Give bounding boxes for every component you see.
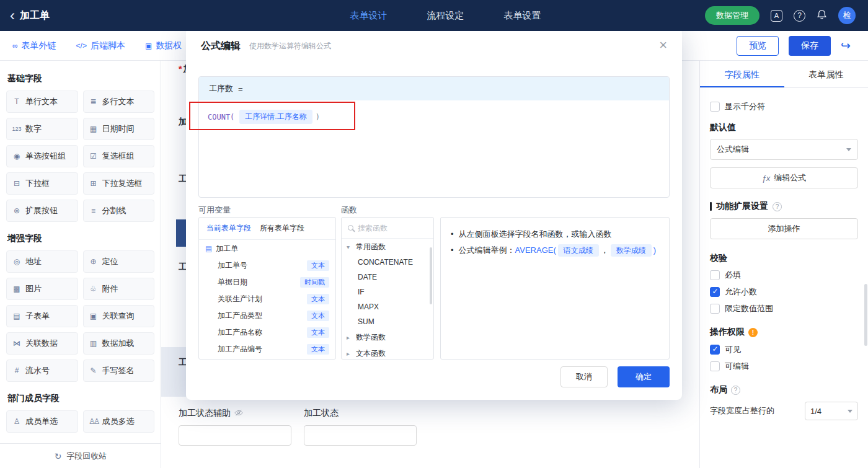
checkbox-row-editable[interactable]: 可编辑 — [710, 361, 858, 372]
function-group-common[interactable]: ▾ 常用函数 — [342, 239, 433, 255]
share-icon[interactable]: ↪ — [841, 38, 851, 53]
field-item-serial-number[interactable]: #流水号 — [6, 360, 78, 382]
limit-range-checkbox[interactable] — [710, 304, 720, 314]
field-item-member-multi[interactable]: ♙♙成员多选 — [83, 410, 155, 433]
close-icon[interactable]: × — [659, 39, 667, 51]
field-item-multi-dropdown[interactable]: ⊞下拉复选框 — [83, 172, 155, 195]
formula-editor[interactable]: 工序数 = COUNT( 工序详情.工序名称 ) — [198, 76, 670, 198]
field-item-radio-group[interactable]: ◉单选按钮组 — [6, 145, 78, 167]
field-item-member-single[interactable]: ♙成员单选 — [6, 410, 78, 433]
field-item-subform[interactable]: ▤子表单 — [6, 305, 78, 327]
function-search-input[interactable] — [358, 224, 420, 232]
tab-form-settings[interactable]: 表单设置 — [504, 10, 541, 22]
function-item-concatenate[interactable]: CONCATENATE — [342, 255, 433, 270]
variable-row[interactable]: 单据日期时间戳 — [199, 274, 335, 291]
formula-expression[interactable]: COUNT( 工序详情.工序名称 ) — [199, 100, 669, 133]
field-item-linked-data[interactable]: ⋈关联数据 — [6, 332, 78, 355]
field-item-extend-button[interactable]: ⊜扩展按钮 — [6, 200, 78, 222]
tab-flow-settings[interactable]: 流程设定 — [427, 10, 464, 22]
tab-form-design[interactable]: 表单设计 — [350, 10, 388, 22]
field-width-label: 字段宽度占整行的 — [710, 405, 774, 417]
field-item-datetime[interactable]: ▦日期时间 — [83, 118, 155, 140]
variable-row[interactable]: 加工单号文本 — [199, 257, 335, 274]
field-label: 分割线 — [102, 205, 126, 216]
question-circle-icon[interactable]: ? — [773, 202, 782, 211]
tab-form-properties[interactable]: 表单属性 — [784, 61, 868, 87]
external-link-button[interactable]: ∞ 表单外链 — [12, 40, 56, 51]
field-item-divider[interactable]: ≡分割线 — [83, 200, 155, 222]
checkbox-row-limit-range[interactable]: 限定数值范围 — [710, 303, 858, 314]
field-item-number[interactable]: 123数字 — [6, 118, 78, 140]
function-group-math[interactable]: ▸ 数学函数 — [342, 329, 433, 345]
preview-button[interactable]: 预览 — [737, 36, 779, 56]
visible-label: 可见 — [725, 344, 741, 355]
question-circle-icon[interactable]: ? — [731, 386, 740, 395]
backend-script-button[interactable]: </> 后端脚本 — [76, 40, 125, 51]
warning-icon[interactable]: ! — [748, 328, 758, 337]
cancel-button[interactable]: 取消 — [560, 366, 608, 387]
function-search[interactable] — [342, 218, 433, 239]
function-item-mapx[interactable]: MAPX — [342, 299, 433, 314]
field-label-processing-status-aux: 加工状态辅助 — [179, 408, 243, 419]
help-icon[interactable]: ? — [794, 10, 805, 22]
formula-variable-tag[interactable]: 工序详情.工序名称 — [239, 110, 312, 124]
language-icon[interactable]: A — [771, 10, 782, 22]
group-label: 数学函数 — [356, 332, 386, 343]
data-permission-button[interactable]: ▣ 数据权 — [145, 40, 182, 51]
thousands-separator-checkbox[interactable] — [710, 102, 720, 112]
scrollbar-thumb[interactable] — [864, 284, 867, 346]
tab-all-form-fields[interactable]: 所有表单字段 — [260, 223, 304, 234]
function-group-text[interactable]: ▸ 文本函数 — [342, 345, 433, 360]
avatar[interactable]: 检 — [838, 7, 856, 24]
variable-row[interactable]: 加工产品编号文本 — [199, 341, 335, 358]
edit-formula-button[interactable]: ƒx 编辑公式 — [710, 167, 858, 188]
add-action-label: 添加操作 — [768, 223, 800, 234]
variable-name: 加工单号 — [218, 260, 247, 271]
back-icon[interactable]: ‹ — [10, 9, 15, 22]
save-button[interactable]: 保存 — [789, 36, 831, 56]
function-item-if[interactable]: IF — [342, 285, 433, 299]
variables-tree-root[interactable]: ▤ 加工单 — [199, 240, 335, 257]
field-item-linked-query[interactable]: ▣关联查询 — [83, 305, 155, 327]
field-item-single-text[interactable]: T单行文本 — [6, 91, 78, 113]
field-recycle-bin[interactable]: ↻ 字段回收站 — [0, 443, 161, 468]
variable-name: 加工产品类型 — [218, 311, 262, 321]
add-action-button[interactable]: 添加操作 — [710, 218, 858, 239]
editable-checkbox[interactable] — [710, 361, 720, 371]
field-item-dropdown[interactable]: ⊟下拉框 — [6, 172, 78, 195]
tab-field-properties[interactable]: 字段属性 — [700, 61, 784, 87]
field-label: 数字 — [25, 123, 42, 135]
scrollbar-thumb[interactable] — [430, 247, 432, 304]
checkbox-row-visible[interactable]: 可见 — [710, 344, 858, 355]
field-label: 关联数据 — [25, 338, 58, 349]
field-item-multi-text[interactable]: ≣多行文本 — [83, 91, 155, 113]
variable-row[interactable]: 加工产品名称文本 — [199, 324, 335, 341]
field-item-attachment[interactable]: ♧附件 — [83, 278, 155, 300]
variable-row[interactable]: 关联生产计划文本 — [199, 291, 335, 307]
confirm-button[interactable]: 确定 — [618, 366, 670, 387]
field-item-image[interactable]: ▩图片 — [6, 278, 78, 300]
example-variable-tag: 数学成绩 — [611, 244, 652, 257]
checkbox-row-required[interactable]: 必填 — [710, 270, 858, 281]
visible-checkbox[interactable] — [710, 345, 720, 355]
allow-decimal-checkbox[interactable] — [710, 287, 720, 297]
default-value-select[interactable]: 公式编辑 — [710, 139, 858, 160]
field-item-checkbox-group[interactable]: ☑复选框组 — [83, 145, 155, 167]
input-processing-status[interactable] — [304, 425, 417, 446]
field-item-location[interactable]: ⊕定位 — [83, 250, 155, 273]
variable-row[interactable]: 加工产品类型文本 — [199, 307, 335, 324]
checkbox-row-thousands-separator[interactable]: 显示千分符 — [710, 101, 858, 112]
checkbox-row-allow-decimal[interactable]: 允许小数 — [710, 286, 858, 298]
field-width-select[interactable]: 1/4 — [805, 402, 858, 420]
required-checkbox[interactable] — [710, 270, 720, 280]
field-item-data-load[interactable]: ▥数据加载 — [83, 332, 155, 355]
data-manage-button[interactable]: 数据管理 — [705, 6, 760, 25]
tab-current-form-fields[interactable]: 当前表单字段 — [206, 223, 251, 234]
input-processing-status-aux[interactable] — [179, 425, 291, 446]
function-item-date[interactable]: DATE — [342, 270, 433, 285]
function-item-sum[interactable]: SUM — [342, 314, 433, 329]
notification-bell-icon[interactable] — [817, 9, 827, 22]
field-item-address[interactable]: ◎地址 — [6, 250, 78, 273]
field-item-signature[interactable]: ✎手写签名 — [83, 360, 155, 382]
type-tag: 时间戳 — [300, 277, 329, 288]
